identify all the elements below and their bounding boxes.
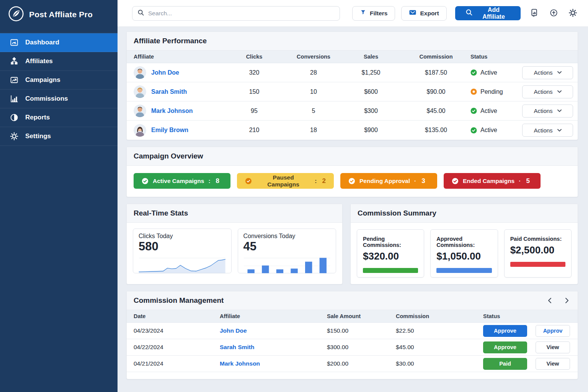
stat-value: 580 [139,240,226,253]
sidebar-item-label: Reports [25,114,50,121]
chevron-down-icon [557,71,562,74]
ended-campaigns-badge[interactable]: Ended Campaigns · 5 [444,173,541,189]
sidebar-item-commissions[interactable]: Commissions [0,90,118,108]
clicks-line-chart [139,255,226,274]
conversions-value: 10 [287,88,340,95]
column-conversions: Conversions [287,54,340,60]
active-campaigns-badge[interactable]: Active Campaigns : 8 [134,173,230,189]
affiliate-name-link[interactable]: Mark Johnson [220,360,327,367]
envelope-icon [409,9,416,17]
view-button[interactable]: View [536,358,570,370]
sidebar-item-label: Settings [25,132,51,140]
secondary-action-button[interactable]: Approv [536,325,570,337]
approve-button[interactable]: Approve [483,341,527,353]
performance-table-header: Affiliate Clicks Conversions Sales Commi… [127,51,578,63]
settings-gear-icon [10,132,19,141]
paused-campaigns-badge[interactable]: Paused Campaigns : 2 [237,173,334,189]
table-row: 04/22/2024 Sarah Smith $300.00 $45.00 Ap… [127,339,578,356]
add-circle-button[interactable] [548,7,560,20]
sidebar-item-campaigns[interactable]: Campaigns [0,71,118,90]
actions-dropdown[interactable]: Actions [522,66,573,79]
campaigns-icon [10,75,19,85]
summary-color-bar [436,268,492,273]
affiliate-name-link[interactable]: John Doe [220,327,327,334]
search-input[interactable] [148,10,335,17]
sidebar-item-label: Affiliates [25,57,53,65]
sidebar-item-label: Dashboard [25,39,59,46]
affiliate-name-link[interactable]: John Doe [151,69,179,76]
table-row: Emily Brown 210 18 $900 $135.00 Active A… [127,121,578,140]
conversions-today-card: Conversions Today 45 [238,229,336,273]
column-sale-amount: Sale Amount [327,313,396,319]
sidebar-item-affiliates[interactable]: Affiliates [0,52,118,71]
commission-value: $30.00 [396,360,472,367]
table-row: 04/21/2024 Mark Johnson $200.00 $30.00 P… [127,356,578,372]
table-row: Sarah Smith 150 10 $600 $90.00 Pending A… [127,82,578,101]
chevron-down-icon [557,90,562,93]
search-plus-icon [466,9,473,18]
status-active-icon [470,127,477,134]
affiliate-name-link[interactable]: Emily Brown [151,127,188,134]
report-card-button[interactable] [528,7,540,20]
status-active-icon [470,108,477,114]
chevron-down-icon [557,109,562,112]
affiliate-name-link[interactable]: Mark Johnson [151,108,193,114]
date-value: 04/22/2024 [134,344,220,351]
summary-color-bar [363,268,418,273]
affiliate-name-link[interactable]: Sarah Smith [151,88,187,95]
report-card-icon [530,8,539,18]
export-button[interactable]: Export [401,6,446,21]
sale-amount-value: $300.00 [327,344,396,351]
prev-page-button[interactable] [546,297,553,304]
actions-dropdown[interactable]: Actions [522,124,573,137]
sidebar-item-reports[interactable]: Reports [0,108,118,127]
status-badge: Active [470,108,522,114]
column-commission: Commission [402,54,470,60]
clicks-today-card: Clicks Today 580 [133,229,232,273]
sales-value: $600 [340,88,402,95]
commission-management-header: Commission Management [127,291,578,310]
add-affiliate-button[interactable]: Add Affiliate [455,6,521,20]
search-icon [137,9,144,18]
sale-amount-value: $200.00 [327,360,396,367]
stat-label: Clicks Today [139,233,226,240]
dashboard-icon [10,38,19,47]
status-badge: Active [470,127,522,134]
next-page-button[interactable] [563,297,571,304]
filters-button[interactable]: Filters [352,6,395,21]
status-badge: Active [470,69,522,76]
sidebar-item-dashboard[interactable]: Dashboard [0,33,118,52]
section-title: Real-Time Stats [134,209,188,217]
commission-value: $45.00 [402,108,470,114]
campaign-overview-header: Campaign Overview [127,147,578,166]
search-box [132,6,340,21]
gear-icon [568,8,578,19]
sidebar-item-settings[interactable]: Settings [0,127,118,146]
view-button[interactable]: View [536,341,570,353]
conversions-value: 28 [287,69,340,76]
realtime-stats-header: Real-Time Stats [127,204,342,223]
avatar [134,85,146,98]
approve-button[interactable]: Approve [483,325,527,337]
main-area: Filters Export Add Affiliate [118,0,588,392]
clicks-value: 320 [222,69,287,76]
paid-button[interactable]: Paid [483,358,527,370]
chevron-right-icon [565,297,569,304]
settings-button[interactable] [567,7,579,20]
column-affiliate: Affiliate [220,313,327,319]
affiliate-name-link[interactable]: Sarah Smith [220,344,327,351]
check-circle-icon [245,178,252,185]
status-badge: Pending [470,88,522,95]
sidebar-item-label: Commissions [25,95,68,103]
actions-dropdown[interactable]: Actions [522,105,573,118]
topbar: Filters Export Add Affiliate [118,0,588,27]
pending-approval-badge[interactable]: Pending Approval · 3 [340,173,437,189]
paid-commissions-card: Paid Commissions: $2,500.00 [504,229,572,278]
section-title: Commission Management [134,296,224,305]
commission-value: $135.00 [402,127,470,134]
commission-management-card: Commission Management Date [126,291,578,379]
brand-name: Post Affliate Pro [29,10,93,19]
date-value: 04/23/2024 [134,327,220,334]
actions-dropdown[interactable]: Actions [522,85,573,98]
column-status: Status [470,54,522,60]
